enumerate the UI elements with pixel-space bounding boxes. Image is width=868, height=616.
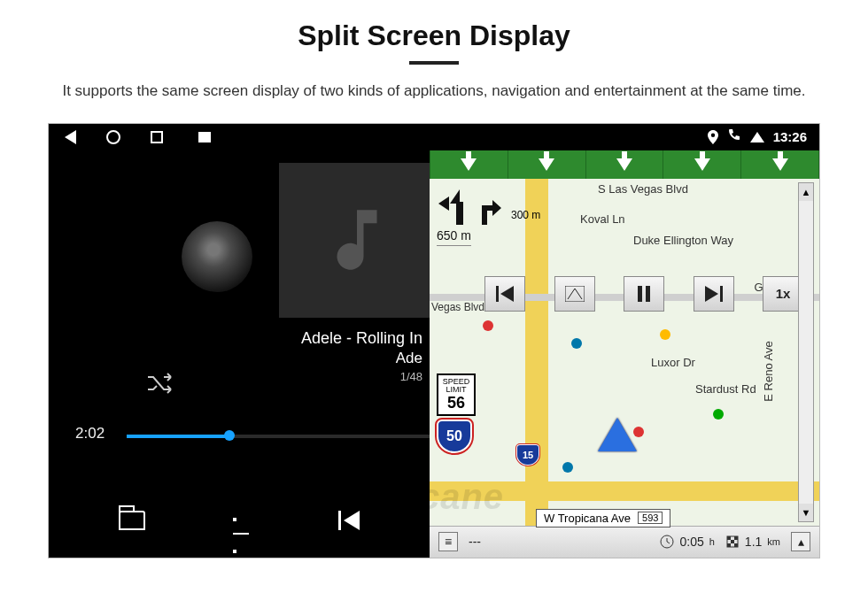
current-street-sign: W Tropicana Ave 593 bbox=[536, 509, 670, 527]
street-label: S Las Vegas Blvd bbox=[598, 182, 688, 196]
svg-rect-2 bbox=[496, 286, 499, 302]
current-street-number: 593 bbox=[638, 512, 663, 524]
current-street-name: W Tropicana Ave bbox=[544, 512, 631, 525]
svg-rect-14 bbox=[727, 543, 731, 547]
footer-expand-button[interactable]: ▴ bbox=[791, 532, 810, 551]
svg-rect-0 bbox=[456, 202, 463, 225]
poi-icon[interactable] bbox=[660, 329, 670, 340]
lane-arrow-icon bbox=[430, 150, 508, 179]
svg-rect-5 bbox=[638, 286, 642, 302]
pause-nav-button[interactable] bbox=[624, 276, 664, 312]
status-bar: 13:26 bbox=[49, 124, 819, 150]
lane-guidance-bar bbox=[430, 150, 819, 179]
street-label: E Reno Ave bbox=[761, 341, 774, 401]
remaining-time: 0:05 h bbox=[660, 535, 714, 549]
skip-back-button[interactable] bbox=[484, 276, 525, 312]
phone-icon bbox=[727, 128, 741, 145]
street-label: Luxor Dr bbox=[651, 356, 695, 369]
svg-marker-3 bbox=[500, 286, 514, 302]
track-title: Adele - Rolling In bbox=[301, 327, 422, 349]
eta-label: --- bbox=[469, 535, 481, 549]
lane-arrow-icon bbox=[663, 150, 741, 179]
navigation-pane: S Las Vegas Blvd Koval Ln Duke Ellington… bbox=[430, 150, 819, 558]
previous-track-button[interactable] bbox=[344, 511, 360, 530]
speed-limit-sign: SPEED LIMIT 56 bbox=[437, 373, 476, 417]
poi-icon[interactable] bbox=[713, 409, 724, 420]
elapsed-time: 2:02 bbox=[75, 425, 105, 443]
page-title: Split Screen Display bbox=[298, 19, 570, 52]
device-screen: 13:26 Adele - Rolling In Ade 1/48 2:02 bbox=[49, 124, 819, 558]
location-icon bbox=[708, 130, 718, 144]
turn-instruction: 300 m 650 m bbox=[437, 188, 543, 246]
album-art-placeholder bbox=[279, 163, 434, 318]
street-label: Vegas Blvd bbox=[431, 301, 484, 313]
title-underline bbox=[409, 61, 459, 65]
remaining-distance: 1.1 km bbox=[725, 535, 780, 549]
track-index: 1/48 bbox=[301, 369, 422, 385]
map-zoom-scroll[interactable]: ▲ ▼ bbox=[798, 182, 814, 522]
poi-icon[interactable] bbox=[483, 320, 493, 331]
page-subtitle: It supports the same screen display of t… bbox=[53, 81, 815, 103]
album-disc-icon bbox=[182, 221, 252, 292]
track-info: Adele - Rolling In Ade 1/48 bbox=[301, 327, 422, 385]
nav-footer: ≡ --- 0:05 h 1.1 km ▴ bbox=[430, 526, 819, 558]
map-canvas[interactable]: S Las Vegas Blvd Koval Ln Duke Ellington… bbox=[430, 179, 819, 526]
svg-marker-7 bbox=[705, 286, 718, 302]
recent-apps-icon[interactable] bbox=[151, 131, 163, 143]
footer-menu-button[interactable]: ≡ bbox=[438, 532, 458, 551]
turn-right-icon bbox=[479, 198, 502, 225]
svg-rect-13 bbox=[731, 540, 734, 543]
poi-icon[interactable] bbox=[571, 338, 582, 349]
speed-limit-value: 56 bbox=[438, 395, 474, 412]
current-turn-distance: 650 m bbox=[437, 228, 471, 246]
svg-rect-12 bbox=[734, 536, 738, 540]
turn-left-icon bbox=[437, 188, 470, 225]
svg-rect-8 bbox=[720, 286, 723, 302]
open-folder-button[interactable] bbox=[119, 511, 145, 530]
svg-rect-15 bbox=[734, 543, 738, 547]
wifi-icon bbox=[750, 132, 764, 142]
svg-rect-6 bbox=[646, 286, 650, 302]
shuffle-button[interactable] bbox=[146, 372, 176, 398]
home-icon[interactable] bbox=[106, 130, 120, 144]
svg-rect-1 bbox=[482, 209, 487, 225]
back-icon[interactable] bbox=[65, 130, 76, 144]
status-clock: 13:26 bbox=[773, 129, 807, 144]
lane-arrow-icon bbox=[586, 150, 664, 179]
map-control-bar: 1x bbox=[484, 276, 803, 312]
poi-icon[interactable] bbox=[562, 462, 573, 473]
route-overview-button[interactable] bbox=[554, 276, 595, 312]
street-label: Koval Ln bbox=[580, 212, 625, 226]
svg-rect-11 bbox=[727, 536, 731, 540]
street-label: Stardust Rd bbox=[695, 382, 756, 396]
zoom-in-icon[interactable]: ▲ bbox=[799, 183, 813, 201]
street-label: Duke Ellington Way bbox=[633, 234, 733, 247]
speed-limit-label: SPEED LIMIT bbox=[438, 378, 474, 395]
zoom-out-icon[interactable]: ▼ bbox=[799, 504, 813, 521]
music-pane: Adele - Rolling In Ade 1/48 2:02 bbox=[49, 150, 430, 558]
playlist-button[interactable] bbox=[233, 512, 256, 529]
progress-bar[interactable] bbox=[127, 435, 430, 438]
vehicle-cursor-icon bbox=[598, 418, 637, 451]
lane-arrow-icon bbox=[741, 150, 819, 179]
skip-forward-button[interactable] bbox=[694, 276, 734, 312]
interstate-shield: 15 bbox=[516, 444, 539, 466]
screenshot-icon[interactable] bbox=[198, 132, 211, 142]
route-shield: 50 bbox=[437, 420, 472, 453]
next-turn-distance: 300 m bbox=[511, 209, 540, 221]
lane-arrow-icon bbox=[508, 150, 586, 179]
track-artist: Ade bbox=[301, 349, 422, 369]
